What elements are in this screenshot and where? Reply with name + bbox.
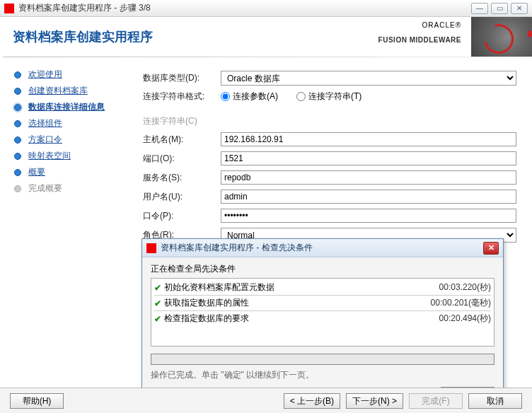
password-input[interactable] — [221, 209, 516, 223]
conn-format-label: 连接字符串格式: — [143, 91, 221, 103]
conn-format-radios: 连接参数(A) 连接字符串(T) — [221, 91, 362, 103]
step-summary[interactable]: 概要 — [14, 166, 129, 178]
maximize-button[interactable]: ▭ — [491, 3, 508, 14]
step-map-tablespaces[interactable]: 映射表空间 — [14, 150, 129, 162]
page-title: 资料档案库创建实用程序 — [13, 28, 153, 45]
radio-conn-string[interactable]: 连接字符串(T) — [296, 91, 362, 103]
password-label: 口令(P): — [143, 210, 221, 222]
step-completion: 完成概要 — [14, 182, 129, 194]
conn-string-label: 连接字符串(C) — [143, 115, 221, 127]
wizard-sidebar: 欢迎使用 创建资料档案库 数据库连接详细信息 选择组件 方案口令 映射表空间 概… — [0, 57, 134, 388]
port-label: 端口(O): — [143, 153, 221, 165]
window-title: 资料档案库创建实用程序 - 步骤 3/8 — [18, 2, 468, 14]
close-button[interactable]: ✕ — [511, 3, 528, 14]
list-item: ✔获取指定数据库的属性00:00.201(毫秒) — [154, 296, 491, 311]
radio-conn-params[interactable]: 连接参数(A) — [221, 91, 278, 103]
username-label: 用户名(U): — [143, 191, 221, 203]
brand-subtitle: FUSION MIDDLEWARE — [378, 36, 461, 44]
minimize-button[interactable]: — — [471, 3, 488, 14]
brand-block: ORACLE® FUSION MIDDLEWARE — [378, 21, 461, 44]
host-input[interactable] — [221, 132, 516, 146]
step-db-connection[interactable]: 数据库连接详细信息 — [14, 101, 129, 113]
dialog-title: 资料档案库创建实用程序 - 检查先决条件 — [161, 242, 483, 254]
check-icon: ✔ — [154, 298, 161, 308]
help-button[interactable]: 帮助(H) — [10, 393, 64, 409]
db-type-label: 数据库类型(D): — [143, 72, 221, 84]
check-icon: ✔ — [154, 283, 161, 293]
step-schema-password[interactable]: 方案口令 — [14, 134, 129, 146]
prereq-check-list: ✔初始化资料档案库配置元数据00:03.220(秒) ✔获取指定数据库的属性00… — [151, 278, 495, 347]
dialog-caption: 正在检查全局先决条件 — [151, 263, 495, 275]
main-panel: 数据库类型(D): Oracle 数据库 连接字符串格式: 连接参数(A) 连接… — [134, 57, 532, 388]
service-input[interactable] — [221, 170, 516, 185]
step-create-repo[interactable]: 创建资料档案库 — [14, 85, 129, 97]
dialog-hint: 操作已完成。单击 "确定" 以继续到下一页。 — [151, 369, 495, 381]
radio-conn-string-input[interactable] — [296, 92, 306, 101]
step-welcome[interactable]: 欢迎使用 — [14, 69, 129, 81]
oracle-logo: ORACLE® — [378, 21, 461, 36]
dialog-titlebar: 资料档案库创建实用程序 - 检查先决条件 ✕ — [142, 239, 503, 257]
port-input[interactable] — [221, 151, 516, 165]
list-item: ✔检查指定数据库的要求00:20.494(秒) — [154, 311, 491, 326]
next-button[interactable]: 下一步(N) > — [346, 393, 403, 409]
check-icon: ✔ — [154, 314, 161, 324]
radio-conn-params-input[interactable] — [221, 92, 230, 101]
host-label: 主机名(M): — [143, 134, 221, 146]
back-button[interactable]: < 上一步(B) — [284, 393, 340, 409]
service-label: 服务名(S): — [143, 172, 221, 184]
app-icon — [4, 4, 14, 13]
progress-bar — [151, 354, 495, 365]
dialog-close-button[interactable]: ✕ — [483, 242, 499, 255]
prereq-dialog: 资料档案库创建实用程序 - 检查先决条件 ✕ 正在检查全局先决条件 ✔初始化资料… — [141, 238, 504, 410]
username-input[interactable] — [221, 190, 516, 204]
list-item: ✔初始化资料档案库配置元数据00:03.220(秒) — [154, 280, 491, 296]
finish-button: 完成(F) — [409, 393, 463, 409]
step-select-components[interactable]: 选择组件 — [14, 117, 129, 129]
wizard-footer: 帮助(H) < 上一步(B) 下一步(N) > 完成(F) 取消 — [0, 388, 532, 413]
window-titlebar: 资料档案库创建实用程序 - 步骤 3/8 — ▭ ✕ — [0, 0, 532, 17]
dialog-app-icon — [146, 243, 156, 253]
header: 资料档案库创建实用程序 ORACLE® FUSION MIDDLEWARE — [0, 17, 532, 57]
db-type-select[interactable]: Oracle 数据库 — [221, 71, 516, 86]
cancel-button[interactable]: 取消 — [468, 393, 522, 409]
brand-swirl-icon — [471, 17, 532, 57]
